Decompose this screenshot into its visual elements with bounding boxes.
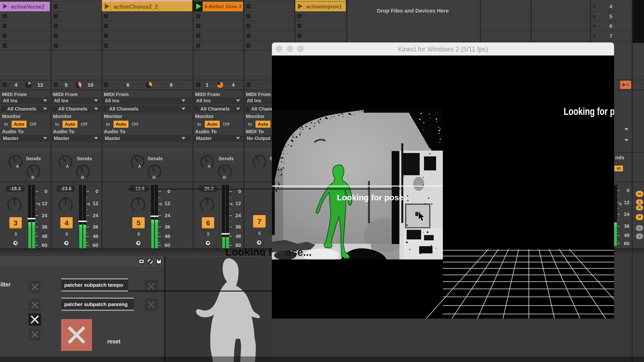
svg-text:Looking for pose...: Looking for pose... [337,193,410,202]
svg-text:ose...: ose... [285,246,312,258]
